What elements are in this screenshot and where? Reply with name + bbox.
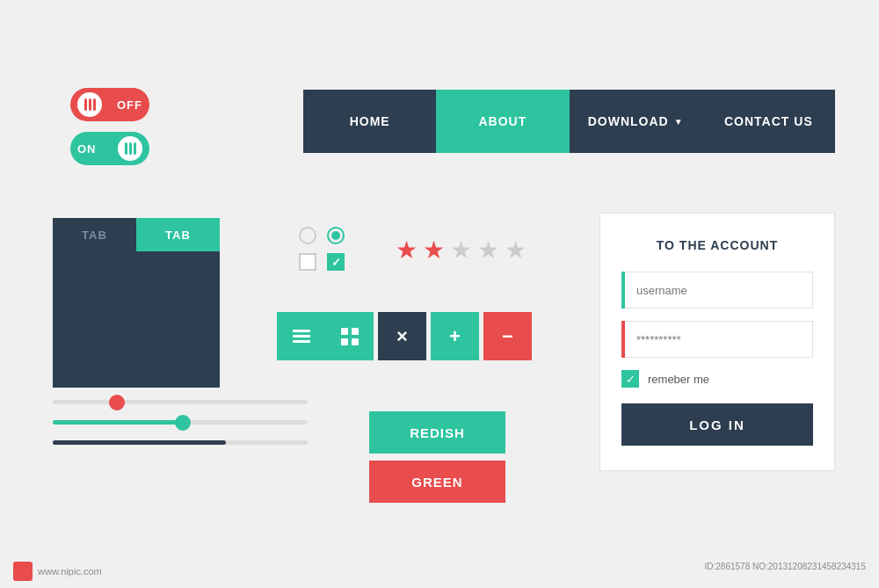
toggle-on-lines [125,142,136,155]
toggle-off-label: OFF [117,98,142,112]
nav-download-label: DOWNLOAD [588,114,669,128]
nav-download[interactable]: DOWNLOAD ▼ [570,90,702,153]
nav-contact[interactable]: CONTACT US [702,90,835,153]
nav-about[interactable]: ABOUT [436,90,569,153]
slider-dark-row [53,440,308,445]
redish-label: REDISH [410,425,465,440]
slider-teal-track [53,420,308,425]
nav-about-label: ABOUT [478,114,527,128]
toggle-off-lines [84,98,96,111]
radio-check-section: ✓ [299,227,345,271]
toggle-on-line-1 [125,142,127,155]
icon-btn-groups: × + − [277,312,532,360]
password-wrapper [621,321,813,358]
checkbox-checked[interactable]: ✓ [327,253,345,271]
star-rating: ★ ★ ★ ★ ★ [396,236,527,265]
star-4[interactable]: ★ [477,236,499,265]
tab-2-label: TAB [165,229,191,242]
dropdown-arrow-icon: ▼ [674,117,684,127]
grid-dot-3 [341,338,348,345]
username-input[interactable] [621,272,813,309]
remove-button[interactable]: − [483,312,532,360]
minus-icon: − [502,325,513,348]
radio-inner-dot [331,231,340,240]
nav-home-label: HOME [350,114,390,128]
redish-button[interactable]: REDISH [369,411,505,454]
slider-red-row [53,400,308,404]
checkbox-row: ✓ [299,253,345,271]
remember-row: ✓ remeber me [621,370,813,388]
footer: www.nipic.com ID:2861578 NO:201312082314… [0,562,879,581]
login-button-label: LOG IN [689,417,745,432]
nav-contact-label: CONTACT US [724,114,813,128]
tabs-section: TAB TAB [53,218,220,388]
toggle-on[interactable]: ON [70,132,149,165]
tab-content [53,251,220,388]
menu-line-2 [293,335,310,338]
slider-dark-fill [53,440,226,445]
login-form: TO THE ACCOUNT ✓ remeber me LOG IN [599,213,835,471]
slider-teal-fill [53,420,180,425]
username-wrapper [621,272,813,309]
remember-label: remeber me [648,373,709,386]
slider-red-track [53,400,308,404]
slider-red-thumb[interactable] [109,395,125,410]
checkbox-unchecked[interactable] [299,253,316,271]
username-border [621,272,625,309]
close-button[interactable]: × [378,312,426,360]
stars-section: ★ ★ ★ ★ ★ [396,236,527,265]
toggle-on-wrapper: ON [70,132,149,165]
toggle-line-3 [93,98,96,111]
action-buttons-group: × + − [378,312,532,360]
list-icon [293,330,310,343]
tab-1-label: TAB [82,229,107,242]
grid-dot-4 [352,338,359,345]
slider-teal-thumb[interactable] [175,415,191,431]
nav-home[interactable]: HOME [303,90,436,153]
toggle-on-circle [118,136,142,161]
radio-selected[interactable] [327,227,345,244]
radio-row [299,227,345,244]
grid-icon [341,328,359,345]
star-1[interactable]: ★ [396,236,418,265]
footer-site: www.nipic.com [38,566,102,577]
green-button[interactable]: GREEN [369,461,505,503]
sliders-section [53,400,308,461]
icon-buttons-section: × + − [277,312,532,360]
tab-2[interactable]: TAB [136,218,220,251]
login-title: TO THE ACCOUNT [621,238,813,252]
slider-teal-row [53,420,308,425]
star-3[interactable]: ★ [450,236,472,265]
toggle-off-circle [77,92,102,117]
toggle-on-label: ON [77,142,97,156]
radio-unselected[interactable] [299,227,316,244]
toggle-off[interactable]: OFF [70,88,149,121]
footer-logo-icon [13,562,33,581]
tabs-header: TAB TAB [53,218,220,251]
footer-id: ID:2861578 NO:20131208231458234315 [705,562,867,581]
star-5[interactable]: ★ [505,236,527,265]
star-2[interactable]: ★ [423,236,445,265]
password-input[interactable] [621,321,813,358]
tab-1[interactable]: TAB [53,218,136,251]
grid-dot-1 [341,328,348,335]
remember-checkbox[interactable]: ✓ [621,370,639,388]
green-label: GREEN [411,475,462,490]
toggle-on-line-2 [129,142,132,155]
menu-line-3 [293,340,310,343]
footer-left: www.nipic.com [13,562,102,581]
login-button[interactable]: LOG IN [621,403,813,446]
password-border [621,321,625,358]
add-button[interactable]: + [431,312,479,360]
toggle-on-line-3 [134,142,136,155]
plus-icon: + [449,325,461,348]
grid-view-button[interactable] [325,312,374,360]
toggle-line-2 [89,98,91,111]
close-icon: × [396,325,408,348]
slider-dark-track [53,440,308,445]
toggles-section: OFF ON [70,88,149,176]
navbar: HOME ABOUT DOWNLOAD ▼ CONTACT US [303,90,835,153]
toggle-line-1 [84,98,87,111]
list-view-button[interactable] [277,312,325,360]
action-buttons-section: REDISH GREEN [369,411,505,510]
